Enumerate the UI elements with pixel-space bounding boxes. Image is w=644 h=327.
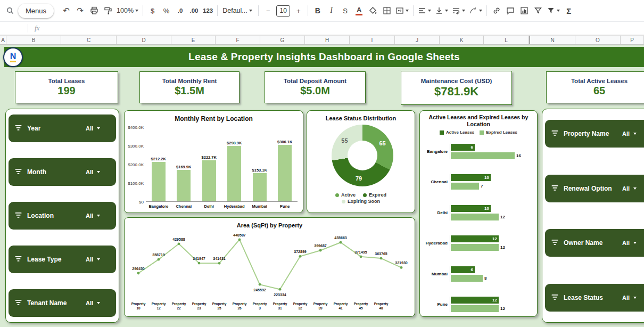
text-color-button[interactable]: A: [352, 4, 366, 18]
increase-decimal-button[interactable]: .00: [187, 4, 201, 18]
filter-views-button[interactable]: [545, 4, 562, 18]
column-header-P[interactable]: P: [621, 36, 644, 44]
undo-button[interactable]: ↶: [60, 4, 73, 18]
slicer-month[interactable]: Month All: [9, 158, 116, 186]
point-value-label: 296450: [132, 267, 144, 271]
bar-track: 6: [451, 266, 533, 273]
chart-monthly-rent-by-location[interactable]: Monthly Rent by Location $400.0K$300.0K$…: [124, 110, 303, 213]
category-label: Pune: [420, 302, 450, 307]
bar-pair: 616: [450, 144, 533, 159]
zoom-value: 100%: [117, 7, 134, 14]
formula-input[interactable]: [45, 22, 644, 35]
slicer-owner-name[interactable]: Owner Name All: [545, 229, 644, 257]
column-header-F[interactable]: F: [216, 36, 260, 44]
point-value-label: 448587: [233, 233, 245, 237]
chevron-down-icon: [97, 215, 100, 217]
column-header-I[interactable]: I: [350, 36, 395, 44]
point-value-label: 435663: [334, 236, 346, 240]
column-header-N[interactable]: N: [529, 36, 575, 44]
search-icon[interactable]: [3, 4, 16, 18]
vertical-align-button[interactable]: [433, 4, 450, 18]
column-header-C[interactable]: C: [61, 36, 117, 44]
toolbar: Menus ↶ ↷ 100% $ % .0 .00 123 Defaul... …: [0, 0, 644, 21]
name-box[interactable]: [0, 22, 28, 35]
increase-font-size-button[interactable]: +: [292, 4, 305, 18]
horizontal-align-button[interactable]: [416, 4, 433, 18]
slicer-tenant-name[interactable]: Tenant Name All: [9, 289, 116, 317]
y-tick-label: $200.0K: [128, 162, 144, 167]
column-header-H[interactable]: H: [305, 36, 350, 44]
merge-cells-button[interactable]: [394, 4, 410, 18]
bold-button[interactable]: B: [311, 4, 324, 18]
data-point: [198, 262, 201, 265]
slicer-year[interactable]: Year All: [9, 115, 116, 142]
zoom-select[interactable]: 100%: [115, 4, 140, 18]
category-label: Hyderabad: [420, 241, 450, 246]
filter-icon: [15, 167, 22, 177]
column-header-O[interactable]: O: [575, 36, 621, 44]
column-header-E[interactable]: E: [171, 36, 216, 44]
bar: 10: [451, 205, 491, 212]
slicer-label: Month: [27, 168, 80, 176]
kpi-maintenance-cost: Maintenance Cost (USD) $781.9K: [401, 71, 512, 105]
column-header-A[interactable]: A: [0, 36, 6, 44]
bar-value-label: 6: [471, 145, 475, 150]
column-header-J[interactable]: J: [395, 36, 440, 44]
bar: [451, 152, 515, 159]
legend-dot: [342, 200, 345, 203]
font-family-select[interactable]: Defaul...: [220, 7, 255, 14]
insert-link-button[interactable]: [490, 4, 503, 18]
text-wrap-button[interactable]: [450, 4, 467, 18]
bar: [451, 275, 483, 282]
legend-item: Expired Leases: [480, 130, 517, 135]
filter-icon: [551, 129, 558, 138]
decrease-decimal-button[interactable]: .0: [174, 4, 187, 18]
filter-icon: [551, 238, 558, 248]
chevron-down-icon: [633, 133, 637, 135]
borders-button[interactable]: [380, 4, 393, 18]
slicer-label: Location: [27, 212, 80, 219]
column-header-G[interactable]: G: [260, 36, 305, 44]
bar-pair: 107: [450, 174, 533, 190]
text-rotation-icon: [469, 6, 477, 15]
column-header-L[interactable]: L: [484, 36, 529, 44]
italic-button[interactable]: I: [325, 4, 338, 18]
slicer-property-name[interactable]: Property Name All: [545, 120, 644, 148]
point-value-label: 341431: [213, 257, 225, 260]
more-formats-button[interactable]: 123: [201, 4, 214, 18]
paint-format-button[interactable]: [101, 4, 114, 18]
column-header-B[interactable]: B: [6, 36, 61, 44]
chevron-down-icon: [633, 297, 637, 299]
print-button[interactable]: [87, 4, 101, 18]
insert-comment-button[interactable]: [503, 4, 517, 18]
slicer-lease-status[interactable]: Lease Status All: [545, 284, 644, 312]
slicer-renewal-option[interactable]: Renewal Option All: [545, 175, 644, 202]
grouped-rows: Bangalore616Chennai107Delhi1012Hyderabad…: [420, 144, 533, 312]
text-rotation-button[interactable]: [467, 4, 484, 18]
format-currency-button[interactable]: $: [146, 4, 159, 18]
x-axis-label: Property25: [209, 302, 229, 310]
column-header-D[interactable]: D: [117, 36, 171, 44]
slicer-lease-type[interactable]: Lease Type All: [9, 246, 116, 273]
slicer-label: Property Name: [564, 130, 617, 137]
insert-chart-button[interactable]: [517, 4, 531, 18]
chart-area-sqft-by-property[interactable]: Area (SqFt) by Property 2964503587194295…: [124, 217, 415, 317]
format-percent-button[interactable]: %: [160, 4, 173, 18]
column-header-K[interactable]: K: [440, 36, 484, 44]
slicer-location[interactable]: Location All: [9, 202, 116, 230]
category-row: Delhi1012: [420, 205, 533, 220]
redo-button[interactable]: ↷: [73, 4, 87, 18]
point-value-label: 358719: [152, 253, 164, 257]
functions-button[interactable]: Σ: [562, 4, 575, 18]
strikethrough-button[interactable]: S: [338, 4, 352, 18]
create-filter-button[interactable]: [531, 4, 544, 18]
fill-color-button[interactable]: [366, 4, 379, 18]
menus-button[interactable]: Menus: [18, 4, 54, 18]
bar-track: 12: [451, 235, 533, 242]
chevron-down-icon: [462, 10, 465, 12]
font-size-input[interactable]: [276, 5, 290, 17]
chart-active-expired-by-location[interactable]: Active Leases and Expired Leases by Loca…: [419, 110, 538, 317]
chart-lease-status-distribution[interactable]: Lease Status Distribution 657955 ActiveE…: [307, 110, 415, 213]
decrease-font-size-button[interactable]: −: [261, 4, 275, 18]
google-sheets-window: Menus ↶ ↷ 100% $ % .0 .00 123 Defaul... …: [0, 0, 644, 327]
